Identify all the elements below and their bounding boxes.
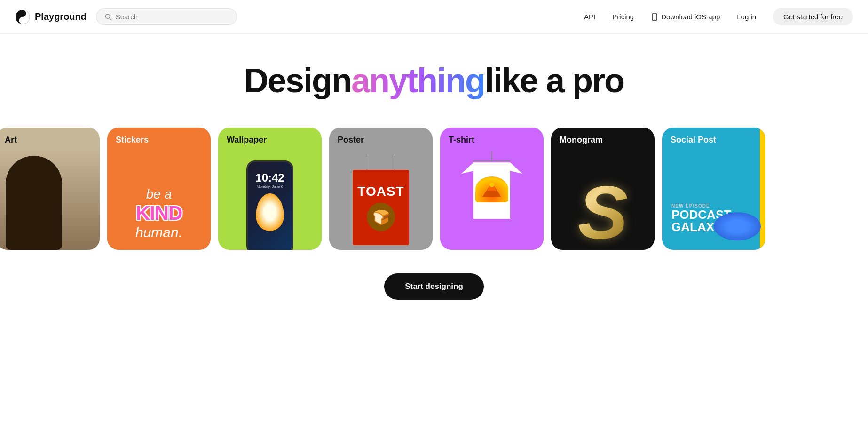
cta-section: Start designing (0, 264, 868, 328)
hanger-hook (491, 151, 492, 160)
tshirt-shape (461, 162, 522, 219)
card-monogram-label: Monogram (560, 135, 603, 145)
nav-ios-label: Download iOS app (661, 13, 720, 21)
svg-point-2 (21, 19, 24, 22)
card-monogram[interactable]: Monogram S (551, 128, 655, 250)
sticker-line3: human. (118, 224, 200, 240)
nav-api[interactable]: API (584, 13, 595, 21)
card-stickers[interactable]: Stickers be a KIND human. (107, 128, 211, 250)
monogram-letter: S (578, 175, 628, 250)
card-wallpaper-label: Wallpaper (227, 135, 267, 145)
start-designing-button[interactable]: Start designing (384, 273, 484, 300)
poster-inner: TOAST 🍞 (353, 170, 409, 245)
hero-title: Designanythinglike a pro (9, 62, 859, 99)
cards-strip: Art Stickers be a KIND human. Wallpaper … (0, 118, 868, 264)
card-wallpaper[interactable]: Wallpaper 10:42 Monday, June 6 (218, 128, 322, 250)
phone-icon (651, 13, 658, 21)
card-poster-label: Poster (338, 135, 364, 145)
logo[interactable]: Playground (15, 9, 87, 24)
card-stickers-label: Stickers (116, 135, 149, 145)
card-art[interactable]: Art (0, 128, 100, 250)
card-poster[interactable]: Poster TOAST 🍞 (329, 128, 433, 250)
card-tshirt[interactable]: T-shirt (440, 128, 544, 250)
mountain-icon (480, 180, 504, 199)
search-input[interactable] (116, 13, 228, 21)
phone-flower (256, 193, 284, 231)
sticker-text: be a KIND human. (118, 187, 200, 240)
phone-time: 10:42 (255, 171, 284, 184)
cards-container: Art Stickers be a KIND human. Wallpaper … (0, 118, 868, 264)
logo-icon (15, 9, 30, 24)
sticker-line1: be a (118, 187, 200, 202)
person-silhouette (6, 156, 62, 250)
logo-text: Playground (35, 11, 87, 22)
svg-line-4 (110, 18, 111, 20)
card-tshirt-label: T-shirt (449, 135, 474, 145)
hero-section: Designanythinglike a pro (0, 34, 868, 118)
card-social-label: Social Post (671, 135, 716, 145)
nav-links: API Pricing Download iOS app Log in Get … (584, 8, 853, 25)
poster-string-left (367, 156, 367, 170)
svg-point-6 (654, 18, 655, 19)
hero-title-gradient: anything (351, 62, 485, 99)
art-image (0, 146, 100, 250)
nav-login[interactable]: Log in (737, 13, 756, 21)
tshirt-design (475, 176, 508, 202)
hanger-bar (473, 160, 511, 161)
phone-date: Monday, June 6 (257, 184, 283, 189)
search-bar[interactable] (96, 8, 237, 25)
globe-icon (714, 212, 761, 240)
nav-get-started-button[interactable]: Get started for free (773, 8, 853, 25)
svg-point-1 (21, 12, 24, 15)
hero-title-before: Design (244, 62, 351, 99)
card-social[interactable]: Social Post NEW EPISODE PODCAST GALAXY (662, 128, 765, 250)
sticker-line2: KIND (118, 202, 200, 224)
poster-title: TOAST (357, 184, 404, 199)
search-icon (105, 13, 112, 21)
tshirt-hanger (461, 151, 522, 219)
card-art-label: Art (5, 135, 17, 145)
nav-pricing[interactable]: Pricing (612, 13, 634, 21)
navbar: Playground API Pricing Download iOS app … (0, 0, 868, 34)
phone-screen: 10:42 Monday, June 6 (248, 162, 292, 250)
nav-ios[interactable]: Download iOS app (651, 13, 720, 21)
poster-string-right (395, 156, 395, 170)
svg-point-9 (489, 183, 494, 187)
phone-mockup: 10:42 Monday, June 6 (246, 160, 293, 250)
hero-title-after: like a pro (485, 62, 624, 99)
poster-image: 🍞 (367, 203, 395, 231)
